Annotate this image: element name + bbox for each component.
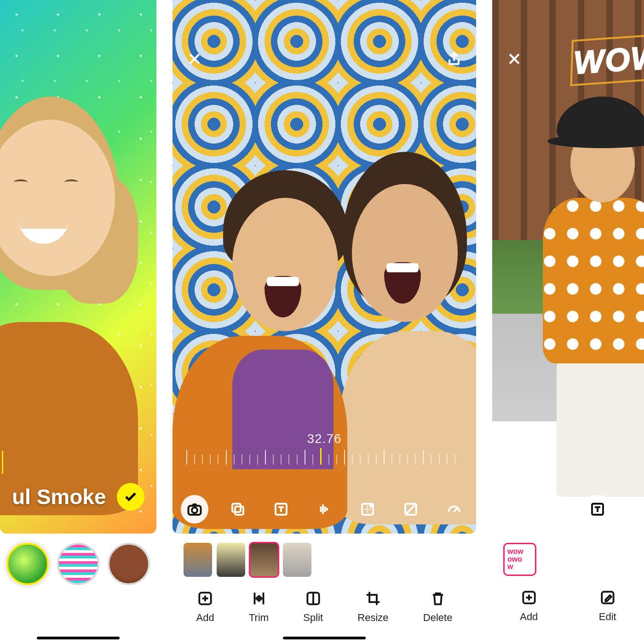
tool-crop[interactable] [397,495,425,523]
clip-strip [179,543,470,577]
sticker-thumb-line: wow [507,548,523,556]
action-label: Edit [599,611,616,623]
layers-icon [230,501,246,518]
subject2-face [352,184,458,322]
action-edit[interactable]: Edit [599,589,616,623]
share-button[interactable] [441,46,467,72]
svg-rect-12 [551,504,559,512]
sticker-thumb-line: owo [507,556,522,564]
text-icon [273,501,289,518]
timeline-marker [2,451,3,474]
plus-square-icon [520,589,538,606]
action-delete[interactable]: Delete [423,590,453,624]
lens-carousel [0,534,156,644]
tool-speed[interactable] [440,495,468,523]
clip-thumb[interactable] [283,543,311,577]
action-add[interactable]: Add [196,590,214,624]
apply-lens-button[interactable] [117,483,144,511]
tool-layers[interactable] [542,495,570,523]
tool-audio[interactable] [310,495,338,523]
action-add[interactable]: Add [520,589,538,623]
lens-thumb-static-glitch[interactable] [57,543,99,585]
subject-legs [557,359,644,497]
split-icon [305,590,322,607]
tool-text[interactable] [267,495,295,523]
tool-effects[interactable] [354,495,381,523]
speedometer-icon [446,501,462,518]
svg-rect-13 [553,506,562,515]
crop-slash-icon [402,501,419,518]
edit-square-icon [599,589,616,606]
tool-camera[interactable] [181,495,208,523]
subject1-face [232,198,338,331]
home-indicator [37,637,120,639]
clip-thumb[interactable] [217,543,245,577]
home-indicator [283,637,366,639]
action-label: Delete [423,612,453,624]
tool-camera[interactable] [500,495,529,523]
clip-thumb-selected[interactable] [250,543,278,577]
screen-lens-picker: ul Smoke [0,0,156,644]
action-resize[interactable]: Resize [357,590,388,624]
subject-body [543,198,644,363]
close-icon [506,51,522,67]
close-button[interactable] [501,46,527,72]
audio-waveform-icon [316,501,333,518]
sticker-thumb-wow[interactable]: wow owo w [503,543,536,576]
sparkle-icon [359,501,376,518]
action-label: Trim [249,612,269,624]
camera-preview: ul Smoke [0,0,156,534]
action-trim[interactable]: Trim [249,590,269,624]
action-label: Split [303,612,323,624]
crop-icon [364,590,382,607]
svg-point-1 [192,507,197,513]
lens-thumb-face-3d[interactable] [108,543,150,585]
clip-editor: Add Trim Split Resize Delete [172,534,476,644]
plus-square-icon [196,590,214,607]
tool-text[interactable] [583,495,612,523]
svg-point-6 [370,505,372,507]
tool-layers[interactable] [224,495,252,523]
action-label: Add [196,612,214,624]
layers-icon [548,501,564,518]
action-label: Resize [357,612,388,624]
screen-video-editor: 32.76 [172,0,476,644]
clip-thumb[interactable] [184,543,212,577]
action-label: Add [520,611,538,623]
text-icon [589,501,606,518]
close-icon [187,51,202,67]
trim-icon [250,590,268,607]
video-preview: WOW [492,0,644,534]
playhead-timestamp: 32.76 [307,431,341,446]
sticker-editor: wow owo w Add Edit [492,534,644,644]
svg-rect-2 [232,504,241,512]
share-icon [446,51,462,67]
lens-title: ul Smoke [12,484,106,509]
check-icon [124,490,138,504]
trash-icon [429,590,447,607]
lens-thumb-colorful-smoke[interactable] [6,543,49,585]
timeline-ruler[interactable] [186,448,462,465]
camera-icon [506,501,523,518]
close-button[interactable] [182,46,207,72]
video-preview: 32.76 [172,0,476,534]
camera-icon [186,501,203,518]
svg-rect-3 [235,506,243,515]
action-split[interactable]: Split [303,590,323,624]
svg-point-11 [512,507,518,513]
sticker-thumb-line: w [507,563,513,571]
screen-sticker-editor: WOW wow owo w [492,0,644,644]
